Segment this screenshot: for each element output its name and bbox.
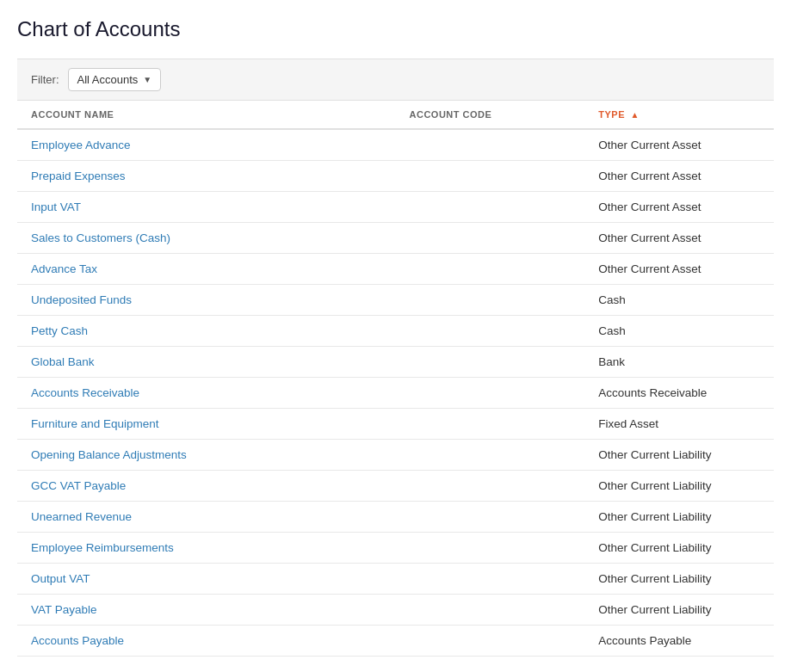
account-code-cell xyxy=(396,285,585,316)
table-body: Employee AdvanceOther Current AssetPrepa… xyxy=(17,129,774,657)
account-type-cell: Bank xyxy=(584,347,774,378)
table-row: GCC VAT PayableOther Current Liability xyxy=(17,471,774,502)
account-type-cell: Other Current Asset xyxy=(584,254,774,285)
account-name-link[interactable]: Furniture and Equipment xyxy=(31,417,159,430)
table-row: VAT PayableOther Current Liability xyxy=(17,595,774,626)
table-row: Input VATOther Current Asset xyxy=(17,192,774,223)
account-type-cell: Accounts Receivable xyxy=(584,378,774,409)
account-name-cell: Opening Balance Adjustments xyxy=(17,440,396,471)
table-row: Furniture and EquipmentFixed Asset xyxy=(17,409,774,440)
account-type-cell: Other Current Liability xyxy=(584,440,774,471)
col-account-code: ACCOUNT CODE xyxy=(396,101,585,129)
table-row: Sales to Customers (Cash)Other Current A… xyxy=(17,223,774,254)
account-code-cell xyxy=(396,254,585,285)
account-code-cell xyxy=(396,316,585,347)
account-name-cell: Undeposited Funds xyxy=(17,285,396,316)
account-type-cell: Other Current Liability xyxy=(584,502,774,533)
account-code-cell xyxy=(396,502,585,533)
account-code-cell xyxy=(396,626,585,657)
account-type-cell: Other Current Asset xyxy=(584,161,774,192)
account-type-cell: Other Current Asset xyxy=(584,129,774,161)
account-type-cell: Fixed Asset xyxy=(584,409,774,440)
account-type-cell: Other Current Asset xyxy=(584,223,774,254)
account-name-cell: Accounts Receivable xyxy=(17,378,396,409)
table-row: Prepaid ExpensesOther Current Asset xyxy=(17,161,774,192)
account-type-cell: Other Current Liability xyxy=(584,595,774,626)
account-name-cell: Unearned Revenue xyxy=(17,502,396,533)
account-name-link[interactable]: Undeposited Funds xyxy=(31,293,132,306)
page-container: Chart of Accounts Filter: All Accounts ▼… xyxy=(0,0,791,657)
account-name-link[interactable]: Petty Cash xyxy=(31,324,88,337)
account-code-cell xyxy=(396,471,585,502)
account-type-cell: Other Current Asset xyxy=(584,192,774,223)
account-name-link[interactable]: Opening Balance Adjustments xyxy=(31,448,187,461)
account-name-link[interactable]: Input VAT xyxy=(31,200,81,213)
account-name-link[interactable]: Employee Advance xyxy=(31,139,131,151)
page-title: Chart of Accounts xyxy=(17,17,774,41)
account-type-cell: Other Current Liability xyxy=(584,471,774,502)
account-name-link[interactable]: Unearned Revenue xyxy=(31,510,132,523)
account-name-cell: Advance Tax xyxy=(17,254,396,285)
table-row: Unearned RevenueOther Current Liability xyxy=(17,502,774,533)
account-type-cell: Cash xyxy=(584,316,774,347)
account-name-cell: Input VAT xyxy=(17,192,396,223)
account-name-link[interactable]: Advance Tax xyxy=(31,262,97,275)
table-row: Petty CashCash xyxy=(17,316,774,347)
account-code-cell xyxy=(396,533,585,564)
account-code-cell xyxy=(396,564,585,595)
account-name-cell: VAT Payable xyxy=(17,595,396,626)
account-code-cell xyxy=(396,409,585,440)
account-name-cell: Employee Advance xyxy=(17,129,396,161)
table-row: Global BankBank xyxy=(17,347,774,378)
col-account-name: ACCOUNT NAME xyxy=(17,101,396,129)
account-name-cell: Sales to Customers (Cash) xyxy=(17,223,396,254)
account-type-cell: Other Current Liability xyxy=(584,533,774,564)
account-name-link[interactable]: Sales to Customers (Cash) xyxy=(31,231,170,244)
account-code-cell xyxy=(396,347,585,378)
account-name-link[interactable]: Output VAT xyxy=(31,572,90,585)
account-name-cell: Output VAT xyxy=(17,564,396,595)
account-code-cell xyxy=(396,129,585,161)
account-code-cell xyxy=(396,440,585,471)
table-header-row: ACCOUNT NAME ACCOUNT CODE TYPE ▲ xyxy=(17,101,774,129)
account-code-cell xyxy=(396,595,585,626)
table-row: Undeposited FundsCash xyxy=(17,285,774,316)
account-name-cell: GCC VAT Payable xyxy=(17,471,396,502)
account-name-cell: Furniture and Equipment xyxy=(17,409,396,440)
account-name-link[interactable]: Employee Reimbursements xyxy=(31,541,174,554)
account-name-cell: Employee Reimbursements xyxy=(17,533,396,564)
account-name-cell: Prepaid Expenses xyxy=(17,161,396,192)
chevron-down-icon: ▼ xyxy=(143,75,151,84)
filter-label: Filter: xyxy=(31,73,59,86)
account-type-cell: Accounts Payable xyxy=(584,626,774,657)
table-header: ACCOUNT NAME ACCOUNT CODE TYPE ▲ xyxy=(17,101,774,129)
account-type-cell: Cash xyxy=(584,285,774,316)
sort-arrow-icon: ▲ xyxy=(631,110,640,120)
accounts-table: ACCOUNT NAME ACCOUNT CODE TYPE ▲ Employe… xyxy=(17,101,774,657)
account-code-cell xyxy=(396,378,585,409)
table-row: Output VATOther Current Liability xyxy=(17,564,774,595)
account-name-link[interactable]: VAT Payable xyxy=(31,603,97,616)
table-row: Employee ReimbursementsOther Current Lia… xyxy=(17,533,774,564)
table-row: Accounts ReceivableAccounts Receivable xyxy=(17,378,774,409)
table-row: Opening Balance AdjustmentsOther Current… xyxy=(17,440,774,471)
col-type[interactable]: TYPE ▲ xyxy=(584,101,774,129)
account-type-cell: Other Current Liability xyxy=(584,564,774,595)
account-code-cell xyxy=(396,161,585,192)
account-name-link[interactable]: GCC VAT Payable xyxy=(31,479,126,492)
account-name-cell: Global Bank xyxy=(17,347,396,378)
filter-dropdown[interactable]: All Accounts ▼ xyxy=(68,68,162,91)
account-name-link[interactable]: Accounts Payable xyxy=(31,634,124,647)
account-name-link[interactable]: Global Bank xyxy=(31,355,95,368)
account-code-cell xyxy=(396,223,585,254)
account-name-cell: Accounts Payable xyxy=(17,626,396,657)
filter-bar: Filter: All Accounts ▼ xyxy=(17,59,774,101)
account-name-link[interactable]: Prepaid Expenses xyxy=(31,170,126,182)
account-name-link[interactable]: Accounts Receivable xyxy=(31,386,139,399)
table-row: Accounts PayableAccounts Payable xyxy=(17,626,774,657)
table-row: Advance TaxOther Current Asset xyxy=(17,254,774,285)
account-name-cell: Petty Cash xyxy=(17,316,396,347)
filter-dropdown-value: All Accounts xyxy=(77,73,139,86)
table-row: Employee AdvanceOther Current Asset xyxy=(17,129,774,161)
account-code-cell xyxy=(396,192,585,223)
